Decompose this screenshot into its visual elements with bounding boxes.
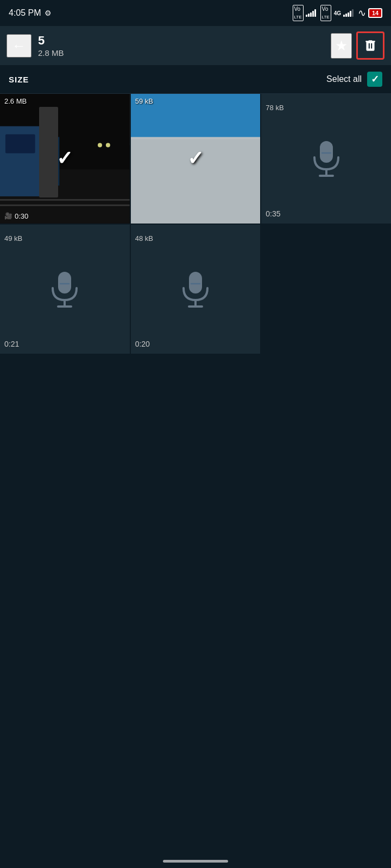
trash-icon	[363, 39, 377, 53]
total-size: 2.8 MB	[38, 48, 324, 58]
mic-icon-4	[0, 242, 130, 340]
svg-rect-7	[0, 199, 130, 201]
select-all-label: Select all	[326, 74, 362, 84]
item1-checkmark: ✓	[56, 147, 73, 170]
item4-duration: 0:21	[0, 340, 130, 354]
status-bar: 4:05 PM ⚙ VoLTE VoLTE 4G ∿ 14	[0, 0, 391, 26]
select-all-checkbox[interactable]	[367, 72, 382, 87]
item2-checkmark: ✓	[187, 147, 204, 170]
item3-size: 78 kB	[261, 100, 288, 112]
mic-icon-5	[131, 242, 261, 340]
4g-badge: 4G	[334, 10, 341, 16]
item4-size: 49 kB	[0, 231, 27, 242]
microphone-svg-4	[46, 270, 84, 313]
item2-size: 59 kB	[135, 97, 153, 105]
signal-bars-2	[343, 9, 354, 17]
back-button[interactable]: ←	[7, 34, 31, 58]
svg-point-6	[106, 143, 110, 147]
battery-indicator: 14	[368, 8, 382, 18]
wifi-icon: ∿	[358, 7, 366, 19]
media-item-2[interactable]: 59 kB ✓	[131, 94, 261, 224]
svg-rect-16	[320, 141, 333, 163]
header-actions: ★	[331, 31, 384, 60]
mic-icon-3	[261, 112, 391, 209]
item1-duration: 🎥 0:30	[4, 212, 28, 220]
star-button[interactable]: ★	[331, 33, 352, 59]
video-camera-icon: 🎥	[4, 212, 12, 220]
header-info: 5 2.8 MB	[38, 34, 324, 57]
home-bar	[163, 860, 228, 863]
header: ← 5 2.8 MB ★	[0, 26, 391, 65]
toolbar: SIZE Select all	[0, 65, 391, 94]
svg-rect-15	[236, 199, 253, 215]
status-time: 4:05 PM ⚙	[9, 8, 52, 18]
svg-rect-14	[139, 173, 220, 177]
signal-bars-1	[306, 9, 316, 17]
settings-icon: ⚙	[45, 9, 52, 17]
status-icons: VoLTE VoLTE 4G ∿ 14	[293, 5, 383, 21]
media-item-4[interactable]: 49 kB 0:21	[0, 225, 130, 354]
volt-lte-label: VoLTE	[293, 5, 304, 21]
time-text: 4:05 PM	[9, 8, 41, 18]
microphone-svg-3	[307, 139, 345, 182]
item1-size: 2.6 MB	[4, 97, 27, 105]
media-item-3[interactable]: 78 kB 0:35	[261, 94, 391, 224]
selection-count: 5	[38, 34, 324, 48]
select-all-area[interactable]: Select all	[326, 72, 382, 87]
media-item-5[interactable]: 48 kB 0:20	[131, 225, 261, 354]
svg-rect-24	[189, 272, 202, 293]
battery-level: 14	[372, 10, 379, 16]
microphone-svg-5	[176, 270, 215, 313]
item5-duration: 0:20	[131, 340, 261, 354]
item1-duration-text: 0:30	[15, 212, 28, 220]
svg-rect-4	[5, 135, 35, 154]
svg-point-5	[98, 143, 102, 147]
item3-duration: 0:35	[261, 209, 391, 224]
svg-rect-8	[0, 205, 130, 206]
media-item-1[interactable]: 2.6 MB ✓ 🎥 0:30	[0, 94, 130, 224]
media-grid: 2.6 MB ✓ 🎥 0:30 59 kB ✓	[0, 94, 391, 354]
item5-size: 48 kB	[131, 231, 157, 242]
volt-4g-label: VoLTE	[320, 5, 331, 21]
size-label: SIZE	[9, 75, 29, 84]
svg-rect-20	[58, 272, 71, 293]
delete-button[interactable]	[356, 31, 384, 60]
